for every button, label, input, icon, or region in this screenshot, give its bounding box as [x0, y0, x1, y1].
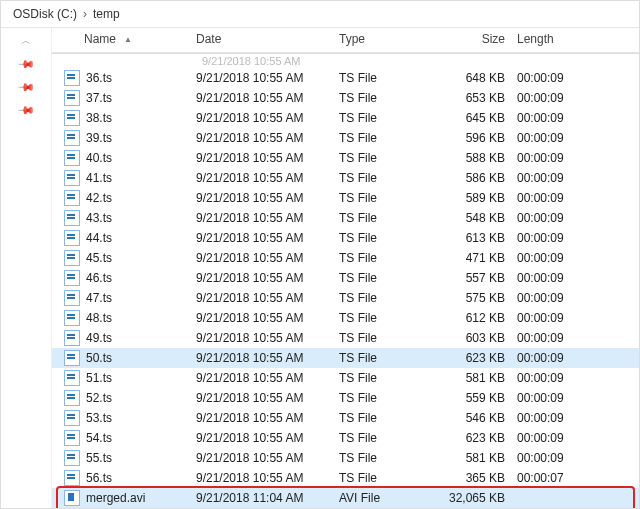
ts-file-icon	[64, 70, 80, 86]
file-length: 00:00:09	[511, 311, 591, 325]
file-row[interactable]: 54.ts9/21/2018 10:55 AMTS File623 KB00:0…	[52, 428, 639, 448]
file-size: 603 KB	[435, 331, 511, 345]
ts-file-icon	[64, 330, 80, 346]
file-date: 9/21/2018 10:55 AM	[190, 471, 333, 485]
ts-file-icon	[64, 350, 80, 366]
file-row[interactable]: 49.ts9/21/2018 10:55 AMTS File603 KB00:0…	[52, 328, 639, 348]
column-header-date[interactable]: Date	[190, 32, 333, 46]
file-name: 37.ts	[86, 91, 112, 105]
file-row[interactable]: 48.ts9/21/2018 10:55 AMTS File612 KB00:0…	[52, 308, 639, 328]
file-type: TS File	[333, 71, 435, 85]
ts-file-icon	[64, 430, 80, 446]
file-name: 43.ts	[86, 211, 112, 225]
file-date: 9/21/2018 10:55 AM	[190, 151, 333, 165]
file-name: 49.ts	[86, 331, 112, 345]
ts-file-icon	[64, 190, 80, 206]
file-size: 548 KB	[435, 211, 511, 225]
file-row[interactable]: 52.ts9/21/2018 10:55 AMTS File559 KB00:0…	[52, 388, 639, 408]
file-size: 471 KB	[435, 251, 511, 265]
file-name: 39.ts	[86, 131, 112, 145]
file-date: 9/21/2018 10:55 AM	[190, 451, 333, 465]
file-name: 44.ts	[86, 231, 112, 245]
file-length: 00:00:09	[511, 331, 591, 345]
breadcrumb[interactable]: OSDisk (C:) › temp	[1, 1, 639, 28]
file-type: TS File	[333, 471, 435, 485]
file-row[interactable]: 42.ts9/21/2018 10:55 AMTS File589 KB00:0…	[52, 188, 639, 208]
ts-file-icon	[64, 310, 80, 326]
file-length: 00:00:09	[511, 291, 591, 305]
file-size: 32,065 KB	[435, 491, 511, 505]
file-date: 9/21/2018 11:04 AM	[190, 491, 333, 505]
file-row[interactable]: 56.ts9/21/2018 10:55 AMTS File365 KB00:0…	[52, 468, 639, 488]
file-date: 9/21/2018 10:55 AM	[190, 231, 333, 245]
file-date: 9/21/2018 10:55 AM	[190, 331, 333, 345]
breadcrumb-root[interactable]: OSDisk (C:)	[13, 7, 77, 21]
file-name: 47.ts	[86, 291, 112, 305]
file-name: 51.ts	[86, 371, 112, 385]
pin-icon[interactable]: 📌	[16, 78, 35, 97]
file-name: 38.ts	[86, 111, 112, 125]
column-header-name[interactable]: Name ▲	[52, 32, 190, 46]
file-row[interactable]: 38.ts9/21/2018 10:55 AMTS File645 KB00:0…	[52, 108, 639, 128]
sort-asc-icon: ▲	[124, 35, 132, 44]
column-header-type[interactable]: Type	[333, 32, 435, 46]
file-row[interactable]: 41.ts9/21/2018 10:55 AMTS File586 KB00:0…	[52, 168, 639, 188]
file-row[interactable]: 39.ts9/21/2018 10:55 AMTS File596 KB00:0…	[52, 128, 639, 148]
breadcrumb-current[interactable]: temp	[93, 7, 120, 21]
file-type: TS File	[333, 351, 435, 365]
file-date: 9/21/2018 10:55 AM	[190, 311, 333, 325]
file-row[interactable]: 55.ts9/21/2018 10:55 AMTS File581 KB00:0…	[52, 448, 639, 468]
file-date: 9/21/2018 10:55 AM	[190, 271, 333, 285]
file-list-pane: Name ▲ Date Type Size Length 9/21/2018 1…	[52, 28, 639, 508]
file-row[interactable]: 53.ts9/21/2018 10:55 AMTS File546 KB00:0…	[52, 408, 639, 428]
file-date: 9/21/2018 10:55 AM	[190, 91, 333, 105]
file-row[interactable]: 36.ts9/21/2018 10:55 AMTS File648 KB00:0…	[52, 68, 639, 88]
file-row[interactable]: 50.ts9/21/2018 10:55 AMTS File623 KB00:0…	[52, 348, 639, 368]
file-size: 645 KB	[435, 111, 511, 125]
file-name: 40.ts	[86, 151, 112, 165]
file-name: 42.ts	[86, 191, 112, 205]
column-header-length[interactable]: Length	[511, 32, 591, 46]
pin-icon[interactable]: 📌	[16, 101, 35, 120]
file-type: TS File	[333, 431, 435, 445]
file-name: 54.ts	[86, 431, 112, 445]
chevron-up-icon[interactable]: ︿	[21, 34, 31, 48]
file-length: 00:00:09	[511, 411, 591, 425]
file-type: TS File	[333, 191, 435, 205]
file-date: 9/21/2018 10:55 AM	[190, 351, 333, 365]
file-row[interactable]: 45.ts9/21/2018 10:55 AMTS File471 KB00:0…	[52, 248, 639, 268]
file-row[interactable]: 47.ts9/21/2018 10:55 AMTS File575 KB00:0…	[52, 288, 639, 308]
file-date: 9/21/2018 10:55 AM	[190, 371, 333, 385]
file-length: 00:00:09	[511, 151, 591, 165]
file-row[interactable]: 40.ts9/21/2018 10:55 AMTS File588 KB00:0…	[52, 148, 639, 168]
file-type: TS File	[333, 271, 435, 285]
column-header-row: Name ▲ Date Type Size Length	[52, 28, 639, 53]
file-row[interactable]: 51.ts9/21/2018 10:55 AMTS File581 KB00:0…	[52, 368, 639, 388]
file-size: 581 KB	[435, 451, 511, 465]
file-length: 00:00:09	[511, 211, 591, 225]
pin-icon[interactable]: 📌	[16, 55, 35, 74]
file-length: 00:00:09	[511, 111, 591, 125]
file-date: 9/21/2018 10:55 AM	[190, 431, 333, 445]
file-length: 00:00:09	[511, 131, 591, 145]
file-name: merged.avi	[86, 491, 145, 505]
file-name: 50.ts	[86, 351, 112, 365]
file-size: 581 KB	[435, 371, 511, 385]
file-row[interactable]: 44.ts9/21/2018 10:55 AMTS File613 KB00:0…	[52, 228, 639, 248]
file-name: 48.ts	[86, 311, 112, 325]
file-name: 46.ts	[86, 271, 112, 285]
file-row[interactable]: merged.avi9/21/2018 11:04 AMAVI File32,0…	[52, 488, 639, 508]
file-row[interactable]: 46.ts9/21/2018 10:55 AMTS File557 KB00:0…	[52, 268, 639, 288]
file-row[interactable]: 37.ts9/21/2018 10:55 AMTS File653 KB00:0…	[52, 88, 639, 108]
file-row[interactable]: 43.ts9/21/2018 10:55 AMTS File548 KB00:0…	[52, 208, 639, 228]
file-size: 365 KB	[435, 471, 511, 485]
ts-file-icon	[64, 230, 80, 246]
file-name: 36.ts	[86, 71, 112, 85]
file-size: 596 KB	[435, 131, 511, 145]
ts-file-icon	[64, 370, 80, 386]
file-date: 9/21/2018 10:55 AM	[190, 71, 333, 85]
file-length: 00:00:07	[511, 471, 591, 485]
file-name: 53.ts	[86, 411, 112, 425]
column-header-size[interactable]: Size	[435, 32, 511, 46]
file-type: TS File	[333, 291, 435, 305]
